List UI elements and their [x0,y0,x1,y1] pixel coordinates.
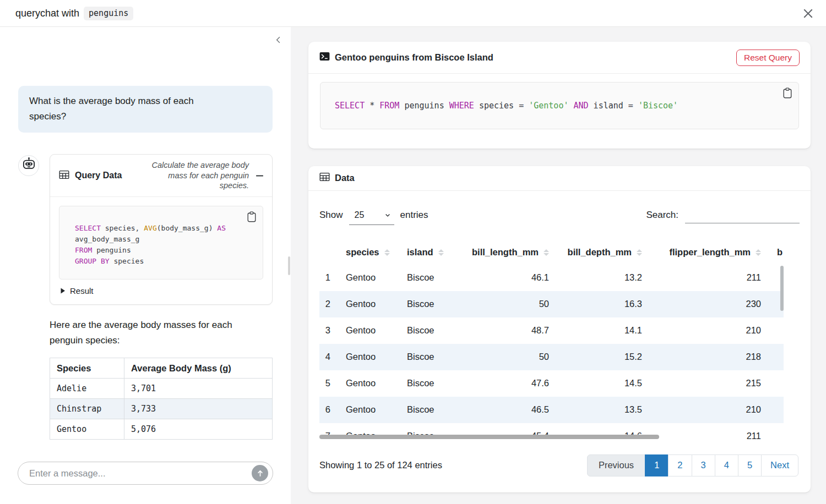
main-panel: Gentoo penguins from Biscoe Island Reset… [291,27,826,504]
triangle-right-icon [60,288,66,294]
top-bar: querychat with penguins [0,0,826,27]
chat-sidebar: What is the average body mass of each sp… [0,27,291,504]
chat-table-header: Species [50,358,124,379]
data-table-cell: 14.5 [551,370,644,397]
data-table-cell: 14.1 [551,317,644,344]
data-table-cell: 2 [319,291,333,317]
assistant-message-body: Query Data Calculate the average body ma… [50,154,273,440]
pagination: Previous12345Next [587,454,798,476]
terminal-icon [319,51,330,64]
data-table-cell: 4 [319,344,333,370]
data-table-cell: 218 [644,344,763,370]
page-button-previous[interactable]: Previous [587,454,645,476]
page-button-2[interactable]: 2 [668,454,692,476]
data-table-cell: Gentoo [333,397,394,423]
page-button-3[interactable]: 3 [692,454,715,476]
column-header-species[interactable]: species [333,240,394,265]
data-table-cell: 210 [644,397,763,423]
chat-table-cell: 3,701 [124,379,273,399]
copy-icon[interactable] [247,211,257,222]
assistant-text: Here are the average body masses for eac… [50,317,247,348]
chat-input[interactable] [18,462,273,485]
close-icon[interactable] [802,8,814,19]
table-footer: Showing 1 to 25 of 124 entries Previous1… [319,454,800,476]
page-button-1[interactable]: 1 [645,454,669,476]
data-table-cell: Biscoe [394,344,449,370]
data-table-zone: speciesislandbill_length_mmbill_depth_mm… [319,240,784,440]
data-table-cell: 13.5 [551,397,644,423]
data-table-row[interactable]: 3GentooBiscoe48.714.1210 [319,317,784,344]
data-table-row[interactable]: 1GentooBiscoe46.113.2211 [319,265,784,291]
page-size-select[interactable]: 25 [349,210,394,225]
current-query-card: Gentoo penguins from Biscoe Island Reset… [308,42,811,149]
user-message: What is the average body mass of each sp… [18,86,273,133]
data-table-cell: 210 [644,317,763,344]
data-table-cell: 3 [319,317,333,344]
sort-icon [438,249,444,256]
search-label: Search: [646,210,678,221]
search-wrap: Search: [646,208,800,223]
reset-query-button[interactable]: Reset Query [736,50,800,66]
chat-messages: What is the average body mass of each sp… [0,27,291,462]
data-table-cell: 47.6 [449,370,551,397]
column-header-bill_depth_mm[interactable]: bill_depth_mm [551,240,644,265]
data-table-cell: Gentoo [333,265,394,291]
entries-label: entries [400,210,428,221]
tool-card-title: Query Data [75,171,122,180]
data-table-cell: 230 [644,291,763,317]
sort-icon [637,249,642,256]
collapse-tool-icon[interactable] [255,171,264,180]
page-button-next[interactable]: Next [761,454,798,476]
dataset-badge: penguins [84,7,133,20]
sql-code-block: SELECT species, AVG(body_mass_g) AS avg_… [59,206,263,280]
column-header-island[interactable]: island [394,240,449,265]
table-controls: Show 25 entries Search: [319,208,800,225]
data-table-row[interactable]: 6GentooBiscoe46.513.5210 [319,397,784,423]
sql-code: SELECT * FROM penguins WHERE species = '… [335,101,678,111]
chevron-down-icon [384,212,391,218]
table-icon [59,169,69,182]
sort-icon [544,249,549,256]
data-table-cell: 46.1 [449,265,551,291]
column-header-flipper_length_mm[interactable]: flipper_length_mm [644,240,763,265]
page-button-4[interactable]: 4 [715,454,738,476]
search-input[interactable] [685,208,800,223]
result-toggle[interactable]: Result [59,286,263,295]
assistant-message: Query Data Calculate the average body ma… [18,154,273,440]
data-card-title: Data [335,173,355,183]
data-table-row[interactable]: 4GentooBiscoe5015.2218 [319,344,784,370]
data-card: Data Show 25 entries Search: [308,166,811,492]
data-table-cell: Biscoe [394,397,449,423]
chat-table-header: Average Body Mass (g) [124,358,273,379]
assistant-avatar [18,155,39,176]
data-table-cell [763,317,784,344]
chat-table-row: Adelie3,701 [50,379,273,399]
chat-result-table: Species Average Body Mass (g) Adelie3,70… [50,358,273,440]
chat-table-row: Chinstrap3,733 [50,399,273,419]
copy-icon[interactable] [782,87,792,98]
horizontal-scrollbar[interactable] [319,435,659,439]
data-card-header: Data [308,166,811,191]
data-table-row[interactable]: 5GentooBiscoe47.614.5215 [319,370,784,397]
tool-call-card: Query Data Calculate the average body ma… [50,154,273,305]
vertical-scrollbar[interactable] [780,266,784,311]
show-label: Show [319,210,343,221]
send-button[interactable] [252,465,268,481]
data-table-cell: Gentoo [333,317,394,344]
chat-table-cell: Adelie [50,379,124,399]
data-table-cell: 211 [644,423,763,440]
page-button-5[interactable]: 5 [738,454,762,476]
data-table-cell: Gentoo [333,344,394,370]
data-table-cell: 48.7 [449,317,551,344]
column-header-b[interactable]: b [763,240,784,265]
data-table-cell: 16.3 [551,291,644,317]
panel-resize-handle[interactable] [288,256,290,275]
sql-code-block: SELECT * FROM penguins WHERE species = '… [320,82,799,129]
column-header-bill_length_mm[interactable]: bill_length_mm [449,240,551,265]
data-table-cell: 13.2 [551,265,644,291]
app-title: querychat with [15,8,79,19]
data-table: speciesislandbill_length_mmbill_depth_mm… [319,240,784,440]
collapse-sidebar-icon[interactable] [274,36,282,46]
sort-icon [384,249,390,256]
data-table-row[interactable]: 2GentooBiscoe5016.3230 [319,291,784,317]
